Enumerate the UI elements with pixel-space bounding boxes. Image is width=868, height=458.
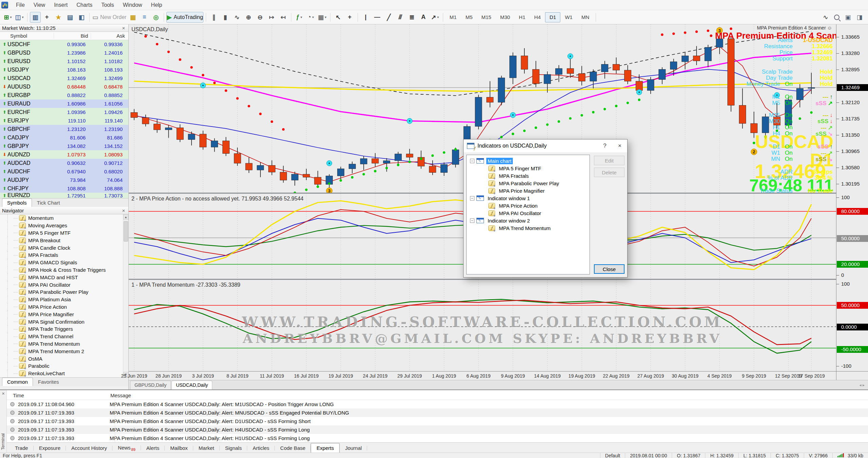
dropdown-caret-icon[interactable]: ▾	[22, 15, 23, 19]
terminal-tab-mailbox[interactable]: Mailbox	[165, 443, 193, 453]
bar-chart-mode-button[interactable]: ∥	[209, 12, 219, 23]
navigator-item-mpa-fractals[interactable]: ƒMPA Fractals	[0, 251, 128, 259]
data-window-button[interactable]: ◧	[76, 12, 87, 23]
market-watch-row-eurchf[interactable]: ⬆EURCHF1.093961.09426	[0, 108, 128, 116]
navigator-item-parabolic[interactable]: ƒParabolic	[0, 362, 128, 370]
market-watch-row-audjpy[interactable]: ⬆AUDJPY73.98474.064	[0, 176, 128, 184]
window-panel-button[interactable]: ◨	[854, 12, 865, 23]
close-button[interactable]: Close	[594, 264, 625, 274]
doodle-indicator-button[interactable]: ∿	[820, 12, 831, 23]
terminal-tab-experts[interactable]: Experts	[311, 443, 340, 453]
date-tick-label[interactable]: 14 Aug 2019	[534, 373, 561, 379]
fibonacci-tool-button[interactable]: ≣	[406, 12, 417, 23]
timeframe-m15-button[interactable]: M15	[477, 12, 495, 22]
menu-view[interactable]: View	[29, 1, 50, 9]
auto-scroll-button[interactable]: ↦	[266, 12, 277, 23]
timeframe-h4-button[interactable]: H4	[530, 12, 545, 22]
date-tick-label[interactable]: 30 Aug 2019	[672, 373, 699, 379]
dropdown-caret-icon[interactable]: ▾	[325, 15, 326, 19]
timeframe-mn-button[interactable]: MN	[577, 12, 594, 22]
date-tick-label[interactable]: 3 Jul 2019	[192, 373, 214, 379]
favorites-button[interactable]: ★	[53, 12, 64, 23]
column-ask[interactable]: Ask	[91, 33, 128, 39]
terminal-tab-alerts[interactable]: Alerts	[141, 443, 165, 453]
navigator-item-mpa-breakout[interactable]: ƒMPA Breakout	[0, 236, 128, 244]
timeframe-w1-button[interactable]: W1	[560, 12, 577, 22]
trendline-tool-button[interactable]: ╱	[383, 12, 394, 23]
terminal-tab-trade[interactable]: Trade	[10, 443, 34, 453]
vertical-line-tool-button[interactable]: |	[360, 12, 371, 23]
market-watch-row-chfjpy[interactable]: ⬆CHFJPY108.808108.888	[0, 184, 128, 193]
indicators-menu-button[interactable]: ƒ▾	[294, 12, 305, 23]
date-tick-label[interactable]: 24 Jul 2019	[363, 373, 387, 379]
timeframe-m5-button[interactable]: M5	[461, 12, 477, 22]
date-tick-label[interactable]: 4 Sep 2019	[707, 373, 732, 379]
terminal-tab-journal[interactable]: Journal	[340, 443, 367, 453]
market-watch-row-usdjpy[interactable]: ⬆USDJPY108.163108.193	[0, 65, 128, 74]
search-icon[interactable]	[834, 15, 839, 20]
market-watch-row-audchf[interactable]: ⬆AUDCHF0.679400.68020	[0, 167, 128, 176]
navigator-item-mpa-parabolic-power-play[interactable]: ƒMPA Parabolic Power Play	[0, 288, 128, 296]
autotrading-button[interactable]: ▶AutoTrading	[166, 12, 203, 23]
market-watch-row-audusd[interactable]: ⬇AUDUSD0.684480.68478	[0, 82, 128, 91]
candle-mode-button[interactable]: ▮	[220, 12, 231, 23]
menu-tools[interactable]: Tools	[97, 1, 118, 9]
experts-library-button[interactable]: ≡	[139, 12, 150, 23]
tree-group-indicator-window-1[interactable]: −Indicator window 1	[467, 194, 590, 202]
scroll-thumb[interactable]	[124, 221, 128, 242]
tree-group-main-chart[interactable]: −Main chart	[467, 157, 590, 165]
terminal-tab-market[interactable]: Market	[193, 443, 220, 453]
date-tick-label[interactable]: 19 Aug 2019	[568, 373, 595, 379]
date-tick-label[interactable]: 25 Jun 2019	[121, 373, 147, 379]
terminal-tab-exposure[interactable]: Exposure	[34, 443, 66, 453]
navigator-item-momentum[interactable]: ƒMomentum	[0, 214, 128, 222]
market-watch-row-euraud[interactable]: ⬆EURAUD1.609861.61056	[0, 99, 128, 108]
profiles-button[interactable]: ◫▾	[14, 12, 25, 23]
metaeditor-button[interactable]: ▦	[127, 12, 138, 23]
date-tick-label[interactable]: 17 Sep 2019	[798, 373, 825, 379]
terminal-tab-signals[interactable]: Signals	[220, 443, 247, 453]
terminal-close-icon[interactable]: ×	[0, 390, 6, 396]
dropdown-caret-icon[interactable]: ▾	[312, 15, 314, 19]
navigator-item-mpa-platinum-asia[interactable]: ƒMPA Platinum Asia	[0, 296, 128, 303]
navigator-item-mpa-candle-clock[interactable]: ƒMPA Candle Clock	[0, 244, 128, 251]
date-tick-label[interactable]: 6 Aug 2019	[467, 373, 491, 379]
tree-expand-icon[interactable]: −	[470, 159, 474, 163]
text-tool-button[interactable]: A	[418, 12, 429, 23]
tree-expand-icon[interactable]: −	[470, 218, 474, 223]
chart-tab-gbpusd-daily[interactable]: GBPUSD,Daily	[130, 381, 171, 389]
navigator-item-mpa-gmacd-signals[interactable]: ƒMPA GMACD Signals	[0, 259, 128, 266]
dialog-title-bar[interactable]: Indicators on USDCAD,Daily ? ×	[464, 139, 627, 152]
column-bid[interactable]: Bid	[54, 33, 91, 39]
tree-item-mpa-parabolic-power-play[interactable]: ƒMPA Parabolic Power Play	[467, 179, 590, 187]
tab-tick-chart[interactable]: Tick Chart	[32, 198, 65, 207]
terminal-row[interactable]: 2019.09.17 11:07:19.393MPA Premium Editi…	[7, 408, 868, 417]
terminal-row[interactable]: 2019.09.17 11:07:19.393MPA Premium Editi…	[7, 434, 868, 442]
terminal-row[interactable]: 2019.09.17 11:08:04.960MPA Premium Editi…	[7, 400, 868, 408]
navigator-item-renkolivechart[interactable]: ƒRenkoLiveChart	[0, 370, 128, 377]
navigator-item-mpa-5-finger-mtf[interactable]: ƒMPA 5 Finger MTF	[0, 229, 128, 237]
horizontal-line-tool-button[interactable]: —	[372, 12, 383, 23]
tree-item-mpa-5-finger-mtf[interactable]: ƒMPA 5 Finger MTF	[467, 165, 590, 172]
market-watch-row-eurnzd[interactable]: ⬆EURNZD1.729511.73073	[0, 193, 128, 198]
channel-tool-button[interactable]: ⫻	[395, 12, 406, 23]
menu-file[interactable]: File	[12, 1, 29, 9]
navigator-item-moving-averages[interactable]: ƒMoving Averages	[0, 222, 128, 229]
timeframe-m30-button[interactable]: M30	[496, 12, 514, 22]
market-watch-row-usdcad[interactable]: ⬆USDCAD1.324691.32499	[0, 74, 128, 82]
navigator-item-mpa-hook-cross-trade-triggers[interactable]: ƒMPA Hook & Cross Trade Triggers	[0, 266, 128, 274]
market-watch-row-eurusd[interactable]: ⬆EURUSD1.101521.10182	[0, 57, 128, 65]
navigator-close-icon[interactable]: ×	[121, 208, 126, 213]
tree-item-mpa-fractals[interactable]: ƒMPA Fractals	[467, 172, 590, 179]
strategy-tester-button[interactable]: ◎	[150, 12, 161, 23]
timeframe-d1-button[interactable]: D1	[545, 12, 560, 22]
market-watch-row-usdchf[interactable]: ⬆USDCHF0.993060.99336	[0, 40, 128, 49]
templates-menu-button[interactable]: ▦▾	[317, 12, 328, 23]
tree-item-mpa-price-action[interactable]: ƒMPA Price Action	[467, 202, 590, 209]
tree-item-m-pa-trend-momentum[interactable]: ƒM­PA Trend Momentum	[467, 224, 590, 232]
tree-item-mpa-pai-oscillator[interactable]: ƒMPA PAI Oscillator	[467, 209, 590, 217]
tree-group-indicator-window-2[interactable]: −Indicator window 2	[467, 217, 590, 224]
date-tick-label[interactable]: 11 Jul 2019	[260, 373, 284, 379]
market-watch-row-gbpusd[interactable]: ⬆GBPUSD1.239861.24016	[0, 49, 128, 57]
date-tick-label[interactable]: 9 Aug 2019	[501, 373, 525, 379]
